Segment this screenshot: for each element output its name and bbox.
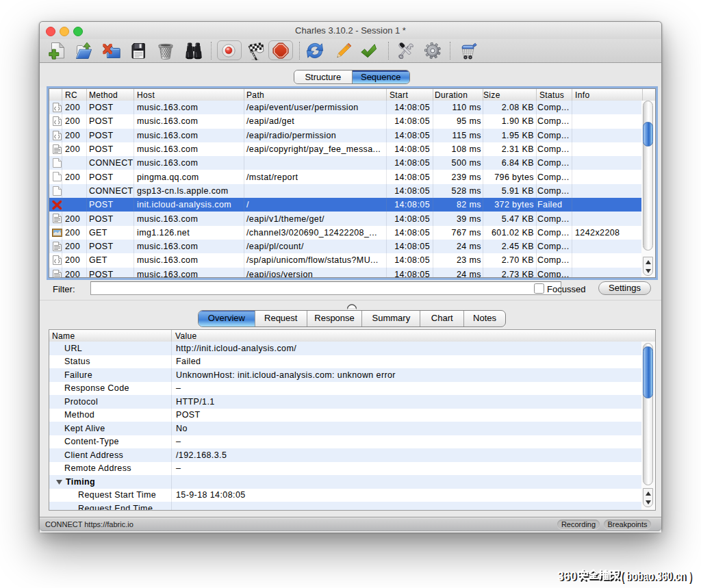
svg-text:( bobao.360.cn ): ( bobao.360.cn )	[620, 570, 691, 583]
svg-text:360: 360	[557, 570, 576, 583]
